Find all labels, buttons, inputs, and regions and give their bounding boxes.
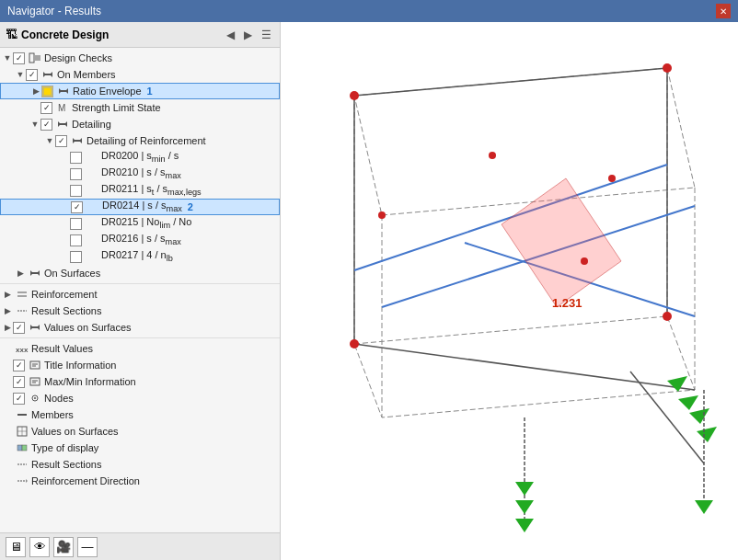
checkbox-nodes[interactable]: [13, 393, 25, 405]
svg-marker-9: [59, 88, 62, 94]
label-maxmin-info: Max/Min Information: [44, 376, 136, 387]
tree-item-design-checks[interactable]: ▼ Design Checks: [0, 50, 280, 66]
tree-item-values-surfaces[interactable]: ▶ Values on Surfaces: [0, 319, 280, 336]
tree-item-result-values[interactable]: xxx Result Values: [0, 340, 280, 357]
icon-result-sections2: [15, 457, 29, 472]
expand-detailing-reinf[interactable]: ▼: [44, 136, 55, 145]
divider-2: [0, 337, 280, 338]
checkbox-dr0211[interactable]: [70, 185, 82, 197]
icon-dr0211: [85, 183, 99, 198]
expand-reinforcement[interactable]: ▶: [2, 290, 13, 299]
svg-rect-7: [43, 87, 52, 96]
tree-item-reinf-direction[interactable]: Reinforcement Direction: [0, 473, 280, 489]
svg-marker-26: [37, 325, 40, 330]
toolbar-btn-screen[interactable]: 🖥: [6, 537, 26, 557]
label-strength-limit: Strength Limit State: [72, 102, 161, 113]
number-ratio-envelope: 1: [147, 86, 153, 97]
tree-container[interactable]: ▼ Design Checks ▼ On Members ▶: [0, 48, 280, 532]
tree-item-nodes[interactable]: Nodes: [0, 390, 280, 406]
checkbox-strength-limit[interactable]: [40, 102, 52, 114]
icon-dr0215: [85, 216, 99, 231]
tree-item-dr0217[interactable]: DR0217 | 4 / nlb: [0, 248, 280, 265]
expand-design-checks[interactable]: ▼: [2, 53, 13, 63]
checkbox-detailing-reinf[interactable]: [55, 135, 67, 147]
tree-item-on-surfaces[interactable]: ▶ On Surfaces: [0, 265, 280, 281]
tree-item-dr0211[interactable]: DR0211 | st / smax,legs: [0, 182, 280, 199]
icon-members-bottom: [15, 407, 29, 422]
checkbox-values-surfaces[interactable]: [13, 322, 25, 334]
tree-item-strength-limit[interactable]: M Strength Limit State: [0, 99, 280, 116]
checkbox-dr0215[interactable]: [70, 218, 82, 230]
svg-marker-19: [30, 270, 33, 276]
icon-reinforcement: [15, 287, 29, 302]
icon-detailing-reinf: [70, 133, 85, 148]
icon-nodes: [28, 391, 42, 406]
svg-marker-25: [30, 325, 33, 330]
icon-reinf-direction: [15, 474, 29, 488]
label-dr0216: DR0216 | s / smax: [101, 233, 181, 246]
svg-rect-38: [17, 445, 22, 451]
svg-marker-16: [73, 138, 75, 143]
checkbox-ratio-envelope[interactable]: [41, 86, 53, 97]
tree-item-detailing-reinf[interactable]: ▼ Detailing of Reinforcement: [0, 132, 280, 149]
tree-item-title-info[interactable]: Title Information: [0, 357, 280, 373]
tree-item-dr0210[interactable]: DR0210 | s / smax: [0, 166, 280, 182]
icon-on-surfaces: [28, 266, 42, 280]
tree-item-maxmin-info[interactable]: Max/Min Information: [0, 373, 280, 390]
tree-item-reinforcement[interactable]: ▶ Reinforcement: [0, 286, 280, 303]
checkbox-detailing[interactable]: [40, 119, 52, 131]
expand-result-sections[interactable]: ▶: [2, 306, 13, 315]
next-button[interactable]: ▶: [241, 28, 255, 42]
label-dr0211: DR0211 | st / smax,legs: [101, 183, 202, 197]
expand-on-surfaces[interactable]: ▶: [15, 269, 26, 278]
main-container: 🏗 Concrete Design ◀ ▶ ☰ ▼ Design Checks …: [0, 22, 738, 560]
close-button[interactable]: ✕: [716, 4, 731, 18]
tree-item-dr0215[interactable]: DR0215 | Nolim / No: [0, 215, 280, 232]
checkbox-dr0210[interactable]: [70, 168, 82, 180]
checkbox-dr0217[interactable]: [70, 251, 82, 263]
checkbox-dr0216[interactable]: [70, 234, 82, 246]
svg-text:M: M: [58, 103, 65, 113]
tree-item-members-bottom[interactable]: Members: [0, 406, 280, 423]
3d-scene: 1.231: [281, 22, 738, 560]
prev-button[interactable]: ◀: [224, 28, 237, 42]
tree-item-dr0200[interactable]: DR0200 | smin / s: [0, 149, 280, 166]
expand-values-surfaces[interactable]: ▶: [2, 323, 13, 332]
toolbar-btn-eye[interactable]: 👁: [29, 537, 50, 557]
checkbox-design-checks[interactable]: [13, 52, 25, 64]
checkbox-on-members[interactable]: [26, 69, 38, 81]
tree-item-ratio-envelope[interactable]: ▶ Ratio Envelope 1: [0, 83, 280, 99]
tree-item-type-display[interactable]: Type of display: [0, 440, 280, 456]
label-result-sections: Result Sections: [31, 305, 101, 316]
right-panel: 1.231: [281, 22, 738, 560]
checkbox-dr0214[interactable]: [71, 201, 83, 213]
icon-dr0200: [85, 150, 99, 165]
tree-item-result-sections2[interactable]: Result Sections: [0, 456, 280, 473]
tree-item-result-sections[interactable]: ▶ Result Sections: [0, 303, 280, 319]
checkbox-maxmin-info[interactable]: [13, 376, 25, 388]
svg-point-69: [350, 339, 359, 349]
toolbar-btn-camera[interactable]: 🎥: [53, 537, 74, 557]
icon-dr0210: [85, 166, 99, 181]
expand-detailing[interactable]: ▼: [29, 120, 40, 129]
icon-design-checks: [28, 51, 42, 65]
svg-point-70: [663, 312, 672, 321]
tree-item-dr0214[interactable]: DR0214 | s / smax 2: [0, 199, 280, 215]
tree-item-on-members[interactable]: ▼ On Members: [0, 66, 280, 83]
label-design-checks: Design Checks: [44, 52, 112, 63]
checkbox-dr0200[interactable]: [70, 152, 82, 164]
tree-item-dr0216[interactable]: DR0216 | s / smax: [0, 232, 280, 248]
icon-values-surfaces2: [15, 424, 29, 439]
expand-on-members[interactable]: ▼: [15, 70, 26, 79]
icon-dr0216: [85, 233, 99, 247]
tree-item-detailing[interactable]: ▼ Detailing: [0, 116, 280, 132]
svg-marker-13: [58, 121, 61, 127]
menu-button[interactable]: ☰: [259, 28, 274, 42]
svg-point-74: [608, 175, 616, 182]
checkbox-title-info[interactable]: [13, 360, 25, 371]
toolbar-btn-line[interactable]: —: [77, 537, 98, 557]
expand-ratio-envelope[interactable]: ▶: [30, 86, 41, 96]
left-panel: 🏗 Concrete Design ◀ ▶ ☰ ▼ Design Checks …: [0, 22, 281, 560]
label-detailing-reinf: Detailing of Reinforcement: [86, 135, 206, 146]
tree-item-values-surfaces2[interactable]: Values on Surfaces: [0, 423, 280, 440]
